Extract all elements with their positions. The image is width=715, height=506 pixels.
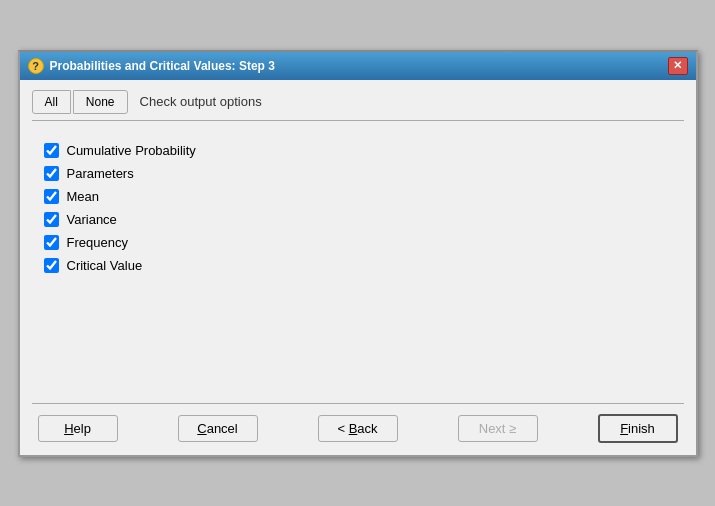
list-item: Mean xyxy=(44,189,672,204)
frequency-label[interactable]: Frequency xyxy=(67,235,128,250)
title-bar: ? Probabilities and Critical Values: Ste… xyxy=(20,52,696,80)
parameters-label[interactable]: Parameters xyxy=(67,166,134,181)
toolbar: All None Check output options xyxy=(32,90,684,121)
mean-checkbox[interactable] xyxy=(44,189,59,204)
cumulative-probability-label[interactable]: Cumulative Probability xyxy=(67,143,196,158)
footer: Help Cancel < Back Next ≥ Finish xyxy=(32,403,684,443)
cancel-underline-char: C xyxy=(197,421,206,436)
help-icon: ? xyxy=(28,58,44,74)
close-button[interactable]: ✕ xyxy=(668,57,688,75)
finish-button[interactable]: Finish xyxy=(598,414,678,443)
mean-label[interactable]: Mean xyxy=(67,189,100,204)
list-item: Variance xyxy=(44,212,672,227)
back-button[interactable]: < Back xyxy=(318,415,398,442)
list-item: Critical Value xyxy=(44,258,672,273)
none-button[interactable]: None xyxy=(73,90,128,114)
next-button[interactable]: Next ≥ xyxy=(458,415,538,442)
list-item: Cumulative Probability xyxy=(44,143,672,158)
cumulative-probability-checkbox[interactable] xyxy=(44,143,59,158)
main-window: ? Probabilities and Critical Values: Ste… xyxy=(18,50,698,457)
window-title: Probabilities and Critical Values: Step … xyxy=(50,59,275,73)
critical-value-label[interactable]: Critical Value xyxy=(67,258,143,273)
variance-checkbox[interactable] xyxy=(44,212,59,227)
cancel-button[interactable]: Cancel xyxy=(178,415,258,442)
help-rest: elp xyxy=(74,421,91,436)
list-item: Frequency xyxy=(44,235,672,250)
checkboxes-area: Cumulative Probability Parameters Mean V… xyxy=(32,133,684,393)
list-item: Parameters xyxy=(44,166,672,181)
help-underline-char: H xyxy=(64,421,73,436)
back-rest: ack xyxy=(357,421,377,436)
cancel-rest: ancel xyxy=(207,421,238,436)
finish-rest: inish xyxy=(628,421,655,436)
finish-underline-char: F xyxy=(620,421,628,436)
all-button[interactable]: All xyxy=(32,90,71,114)
frequency-checkbox[interactable] xyxy=(44,235,59,250)
variance-label[interactable]: Variance xyxy=(67,212,117,227)
critical-value-checkbox[interactable] xyxy=(44,258,59,273)
section-label: Check output options xyxy=(140,94,262,109)
parameters-checkbox[interactable] xyxy=(44,166,59,181)
title-bar-left: ? Probabilities and Critical Values: Ste… xyxy=(28,58,275,74)
help-button[interactable]: Help xyxy=(38,415,118,442)
window-body: All None Check output options Cumulative… xyxy=(20,80,696,455)
